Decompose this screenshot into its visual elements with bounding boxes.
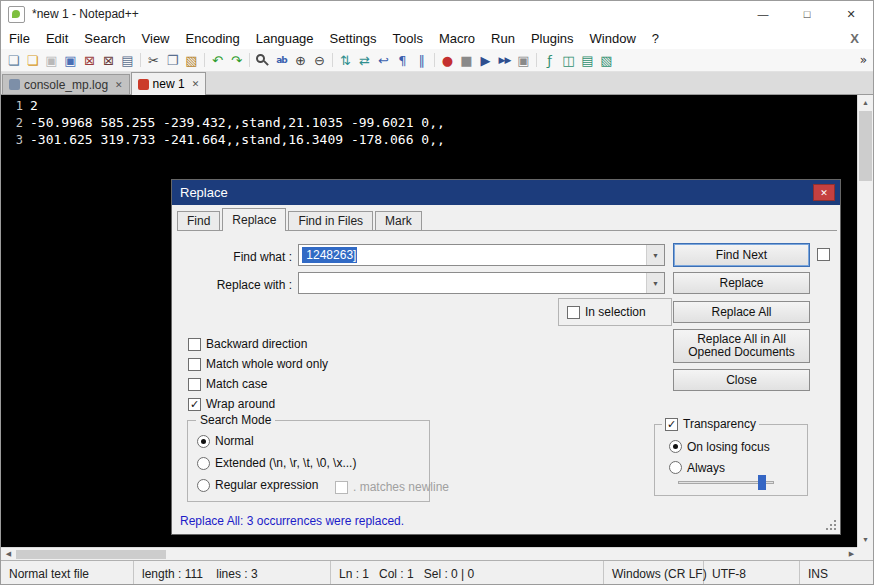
document-tab[interactable]: console_mp.log ✕ xyxy=(2,74,130,94)
document-map-icon[interactable]: ◫ xyxy=(559,51,578,70)
matches-newline-checkbox[interactable] xyxy=(335,481,348,494)
replace-with-field[interactable] xyxy=(299,273,646,293)
dialog-tab[interactable]: Mark xyxy=(375,211,422,230)
copy-icon[interactable]: ❐ xyxy=(163,51,182,70)
open-file-icon[interactable]: ❏ xyxy=(23,51,42,70)
menu-item[interactable]: Plugins xyxy=(523,29,582,48)
sync-horizontal-scroll-icon[interactable]: ⇄ xyxy=(355,51,374,70)
save-macro-icon[interactable]: ▣ xyxy=(514,51,533,70)
dialog-tab[interactable]: Replace xyxy=(222,208,286,231)
editor-lines: 1 2 2 -50.9968 585.255 -239.432,,stand,2… xyxy=(1,97,859,148)
option-checkbox[interactable]: Backward direction xyxy=(188,334,328,354)
find-next-button[interactable]: Find Next xyxy=(673,243,810,267)
find-icon[interactable] xyxy=(253,51,272,70)
replace-button[interactable]: Replace xyxy=(673,272,810,294)
menu-item[interactable]: Search xyxy=(76,29,133,48)
scroll-left-icon[interactable]: ◀ xyxy=(1,548,16,560)
horizontal-scrollbar[interactable]: ◀ ▶ xyxy=(1,547,859,560)
menu-item[interactable]: Edit xyxy=(38,29,76,48)
transparency-option[interactable]: Transparency xyxy=(662,417,759,431)
vertical-scroll-thumb[interactable] xyxy=(859,111,872,181)
show-all-characters-icon[interactable]: ¶ xyxy=(393,51,412,70)
zoom-in-icon[interactable]: ⊕ xyxy=(291,51,310,70)
replace-all-opened-docs-button[interactable]: Replace All in All Opened Documents xyxy=(673,329,810,363)
menu-item[interactable]: Macro xyxy=(431,29,483,48)
titlebar[interactable]: *new 1 - Notepad++ — □ ✕ xyxy=(1,1,873,27)
cut-icon[interactable]: ✂ xyxy=(144,51,163,70)
stop-record-icon[interactable]: ■ xyxy=(457,51,476,70)
search-mode-radio[interactable]: Regular expression xyxy=(197,474,356,496)
menu-item[interactable]: View xyxy=(134,29,178,48)
folder-as-workspace-icon[interactable]: ▧ xyxy=(597,51,616,70)
zoom-out-icon[interactable]: ⊖ xyxy=(310,51,329,70)
matches-newline-option: . matches newline xyxy=(335,480,449,494)
document-list-icon[interactable]: ▤ xyxy=(578,51,597,70)
toolbar-overflow-chevron[interactable]: » xyxy=(860,53,867,67)
dialog-tab[interactable]: Find in Files xyxy=(288,211,373,230)
option-checkbox[interactable]: Wrap around xyxy=(188,394,328,414)
scroll-up-icon[interactable]: ▲ xyxy=(858,95,873,110)
close-all-docs-icon[interactable]: ⊠ xyxy=(99,51,118,70)
menu-item[interactable]: Run xyxy=(483,29,523,48)
close-doc-icon[interactable]: ⊠ xyxy=(80,51,99,70)
dialog-titlebar[interactable]: Replace xyxy=(172,180,840,205)
find-what-combobox[interactable]: 1248263] ▼ xyxy=(298,244,665,266)
search-mode-radio[interactable]: Normal xyxy=(197,430,356,452)
function-list-icon[interactable]: ƒ xyxy=(540,51,559,70)
menu-item[interactable]: Settings xyxy=(322,29,385,48)
close-button[interactable]: ✕ xyxy=(829,1,873,27)
menu-item[interactable]: Window xyxy=(582,29,644,48)
in-selection-checkbox[interactable] xyxy=(567,306,580,319)
replace-icon[interactable]: ab xyxy=(272,51,291,70)
dialog-title: Replace xyxy=(180,185,228,200)
radio-dot xyxy=(197,435,210,448)
paste-icon[interactable]: ▧ xyxy=(182,51,201,70)
undo-icon[interactable]: ↶ xyxy=(208,51,227,70)
transparency-slider[interactable] xyxy=(678,475,774,490)
combo-dropdown-arrow[interactable]: ▼ xyxy=(646,245,664,265)
menu-item[interactable]: Encoding xyxy=(178,29,248,48)
option-checkbox[interactable]: Match whole word only xyxy=(188,354,328,374)
find-what-field[interactable]: 1248263] xyxy=(299,245,646,265)
playback-macro-icon[interactable]: ▶ xyxy=(476,51,495,70)
resize-grip[interactable] xyxy=(826,520,837,531)
minimize-button[interactable]: — xyxy=(741,1,785,27)
separator xyxy=(329,51,336,70)
transparency-radio[interactable]: On losing focus xyxy=(669,436,770,457)
save-all-icon[interactable]: ▣ xyxy=(61,51,80,70)
menu-close-x[interactable]: X xyxy=(836,31,873,46)
record-macro-icon[interactable]: ● xyxy=(438,51,457,70)
document-tab[interactable]: new 1 ✕ xyxy=(131,72,207,95)
new-file-icon[interactable]: ❏ xyxy=(4,51,23,70)
menu-item[interactable]: Language xyxy=(248,29,322,48)
print-icon[interactable]: ▤ xyxy=(118,51,137,70)
document-state-icon xyxy=(138,79,149,90)
sync-vertical-scroll-icon[interactable]: ⇅ xyxy=(336,51,355,70)
dialog-tab[interactable]: Find xyxy=(177,211,220,230)
two-button-mode-checkbox[interactable] xyxy=(817,248,830,261)
word-wrap-icon[interactable]: ↩ xyxy=(374,51,393,70)
combo-dropdown-arrow[interactable]: ▼ xyxy=(646,273,664,293)
dialog-close-button[interactable]: ✕ xyxy=(813,184,835,201)
replace-all-button[interactable]: Replace All xyxy=(673,301,810,323)
menu-item[interactable]: File xyxy=(1,29,38,48)
transparency-slider-thumb[interactable] xyxy=(758,475,766,490)
option-checkbox[interactable]: Match case xyxy=(188,374,328,394)
menu-item[interactable]: Tools xyxy=(385,29,431,48)
tab-close-icon[interactable]: ✕ xyxy=(192,79,200,89)
close-dialog-button[interactable]: Close xyxy=(673,369,810,391)
radio-dot xyxy=(669,461,682,474)
horizontal-scroll-thumb[interactable] xyxy=(16,550,166,559)
save-icon[interactable]: ▣ xyxy=(42,51,61,70)
tab-close-icon[interactable]: ✕ xyxy=(115,80,123,90)
run-macro-multiple-times-icon[interactable]: ▶▶ xyxy=(495,51,514,70)
search-mode-radio[interactable]: Extended (\n, \r, \t, \0, \x...) xyxy=(197,452,356,474)
maximize-button[interactable]: □ xyxy=(785,1,829,27)
dialog-tab-label: Find xyxy=(187,214,210,228)
vertical-scrollbar[interactable]: ▲ ▼ xyxy=(857,95,873,547)
show-indent-guide-icon[interactable]: ∥ xyxy=(412,51,431,70)
menu-item[interactable]: ? xyxy=(644,29,667,48)
replace-with-combobox[interactable]: ▼ xyxy=(298,272,665,294)
redo-icon[interactable]: ↷ xyxy=(227,51,246,70)
scroll-down-icon[interactable]: ▼ xyxy=(858,532,873,547)
